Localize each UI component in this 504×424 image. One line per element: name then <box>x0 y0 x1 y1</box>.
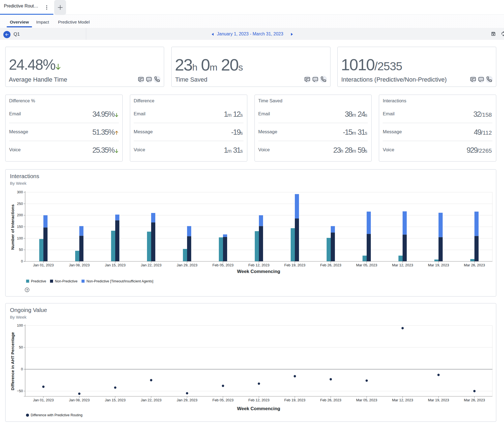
svg-text:Number of Interactions: Number of Interactions <box>10 204 15 250</box>
svg-text:Jan 08, 2023: Jan 08, 2023 <box>69 398 90 402</box>
svg-text:Mar 19, 2023: Mar 19, 2023 <box>428 263 449 267</box>
svg-text:Mar 12, 2023: Mar 12, 2023 <box>392 263 413 267</box>
svg-text:Jan 29, 2023: Jan 29, 2023 <box>177 263 197 267</box>
svg-text:Feb 12, 2023: Feb 12, 2023 <box>248 398 270 402</box>
svg-text:Jan 15, 2023: Jan 15, 2023 <box>105 398 125 402</box>
svg-text:50: 50 <box>19 345 23 349</box>
svg-text:Jan 01, 2023: Jan 01, 2023 <box>33 263 54 267</box>
svg-text:Week Commencing: Week Commencing <box>237 406 280 411</box>
svg-text:Mar 05, 2023: Mar 05, 2023 <box>356 263 377 267</box>
svg-text:Feb 19, 2023: Feb 19, 2023 <box>284 398 306 402</box>
svg-text:Mar 26, 2023: Mar 26, 2023 <box>464 263 485 267</box>
svg-text:Mar 26, 2023: Mar 26, 2023 <box>464 398 485 402</box>
svg-text:Difference with Predictive Rou: Difference with Predictive Routing <box>31 413 82 417</box>
svg-text:Jan 29, 2023: Jan 29, 2023 <box>177 398 197 402</box>
svg-text:0: 0 <box>21 367 23 371</box>
svg-text:Jan 01, 2023: Jan 01, 2023 <box>33 398 54 402</box>
svg-text:Difference in AHT Percentage: Difference in AHT Percentage <box>10 332 15 390</box>
svg-text:Mar 19, 2023: Mar 19, 2023 <box>428 398 449 402</box>
svg-text:300: 300 <box>17 190 23 194</box>
svg-text:Feb 05, 2023: Feb 05, 2023 <box>212 263 234 267</box>
svg-text:Week Commencing: Week Commencing <box>237 269 280 274</box>
svg-text:Mar 12, 2023: Mar 12, 2023 <box>392 398 413 402</box>
svg-text:250: 250 <box>17 202 23 206</box>
svg-text:Jan 15, 2023: Jan 15, 2023 <box>105 263 125 267</box>
svg-text:Feb 05, 2023: Feb 05, 2023 <box>212 398 234 402</box>
svg-text:Jan 22, 2023: Jan 22, 2023 <box>141 263 161 267</box>
svg-text:Non-Predictive: Non-Predictive <box>55 279 78 283</box>
svg-text:Feb 26, 2023: Feb 26, 2023 <box>320 263 342 267</box>
svg-text:200: 200 <box>17 213 23 217</box>
svg-text:100: 100 <box>17 236 23 240</box>
svg-text:Feb 19, 2023: Feb 19, 2023 <box>284 263 306 267</box>
svg-text:Feb 26, 2023: Feb 26, 2023 <box>320 398 342 402</box>
svg-text:Jan 22, 2023: Jan 22, 2023 <box>141 398 161 402</box>
svg-text:Non-Predictive [Timeout/Insuff: Non-Predictive [Timeout/Insufficient Age… <box>86 279 153 283</box>
svg-text:Feb 12, 2023: Feb 12, 2023 <box>248 263 270 267</box>
svg-text:100: 100 <box>17 323 23 327</box>
svg-text:Predictive: Predictive <box>31 279 46 283</box>
svg-text:Jan 08, 2023: Jan 08, 2023 <box>69 263 90 267</box>
svg-text:0: 0 <box>21 259 23 263</box>
svg-text:−50: −50 <box>17 389 23 393</box>
svg-text:?: ? <box>26 288 28 292</box>
svg-text:Mar 05, 2023: Mar 05, 2023 <box>356 398 377 402</box>
svg-text:50: 50 <box>19 248 23 252</box>
svg-text:150: 150 <box>17 225 23 229</box>
